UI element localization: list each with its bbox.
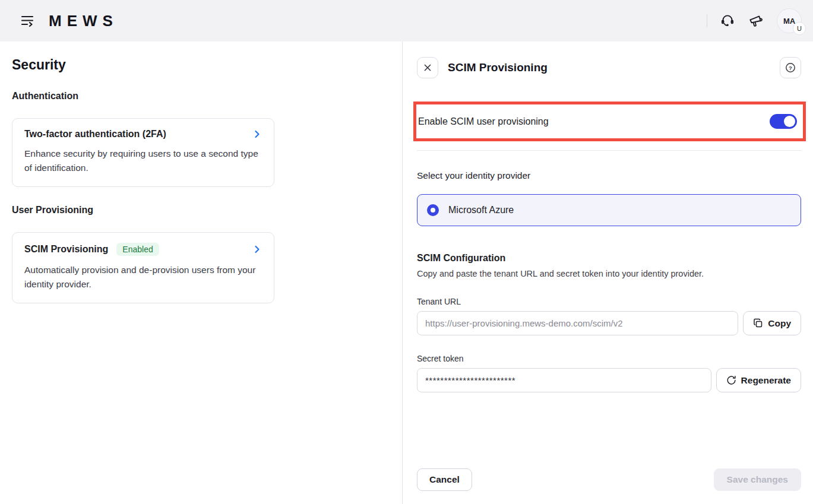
- topbar-divider: [707, 14, 707, 27]
- svg-text:?: ?: [789, 65, 792, 71]
- annotation-highlight-box: Enable SCIM user provisioning: [413, 102, 806, 141]
- avatar-badge: U: [793, 22, 806, 35]
- tenant-url-input[interactable]: [417, 311, 738, 335]
- secret-token-input[interactable]: [417, 368, 711, 392]
- cancel-button[interactable]: Cancel: [417, 468, 472, 491]
- copy-icon: [753, 318, 763, 328]
- radio-selected-icon[interactable]: [427, 204, 439, 216]
- card-description: Enhance security by requiring users to u…: [24, 147, 262, 175]
- security-settings-panel: Security Authentication Two-factor authe…: [0, 42, 403, 504]
- regenerate-button[interactable]: Regenerate: [716, 368, 801, 392]
- card-title: SCIM Provisioning: [24, 244, 108, 255]
- sheet-footer: Cancel Save changes: [417, 468, 801, 491]
- regenerate-button-label: Regenerate: [741, 375, 791, 386]
- section-divider: [417, 150, 801, 151]
- sidebar-toggle-button[interactable]: [17, 10, 38, 31]
- close-icon: [423, 64, 432, 72]
- close-button[interactable]: [417, 57, 438, 78]
- toggle-label: Enable SCIM user provisioning: [418, 116, 549, 127]
- help-button[interactable]: ?: [780, 57, 801, 78]
- sheet-header: SCIM Provisioning ?: [417, 57, 801, 78]
- tenant-url-label: Tenant URL: [417, 297, 801, 306]
- secret-token-row: Regenerate: [417, 368, 801, 392]
- enable-scim-toggle[interactable]: [770, 114, 797, 129]
- provider-option-label: Microsoft Azure: [448, 205, 514, 215]
- secret-token-label: Secret token: [417, 354, 801, 363]
- toggle-knob: [784, 116, 795, 127]
- scim-configuration-description: Copy and paste the tenant URL and secret…: [417, 269, 801, 278]
- mews-logo: MEWS: [49, 12, 118, 30]
- chevron-right-icon: [252, 245, 262, 254]
- copy-button-label: Copy: [768, 318, 791, 329]
- announcements-button[interactable]: [744, 9, 768, 33]
- card-scim-provisioning[interactable]: SCIM Provisioning Enabled Automatically …: [12, 232, 274, 303]
- provider-option-microsoft-azure[interactable]: Microsoft Azure: [417, 194, 801, 226]
- sheet-title: SCIM Provisioning: [448, 61, 548, 74]
- scim-provisioning-sheet: SCIM Provisioning ? Enable SCIM user pro…: [403, 42, 813, 504]
- card-description: Automatically provision and de-provision…: [24, 263, 262, 291]
- chevron-right-icon: [252, 129, 262, 139]
- enable-scim-toggle-row: Enable SCIM user provisioning: [416, 104, 803, 138]
- section-heading-authentication: Authentication: [12, 91, 390, 102]
- hamburger-arrow-icon: [20, 14, 35, 27]
- tenant-url-row: Copy: [417, 311, 801, 335]
- support-headset-button[interactable]: [716, 9, 739, 33]
- section-heading-user-provisioning: User Provisioning: [12, 205, 390, 215]
- help-icon: ?: [784, 62, 796, 74]
- save-changes-button[interactable]: Save changes: [714, 468, 801, 491]
- card-two-factor-authentication[interactable]: Two-factor authentication (2FA) Enhance …: [12, 118, 274, 187]
- card-title: Two-factor authentication (2FA): [24, 129, 166, 140]
- copy-button[interactable]: Copy: [743, 311, 801, 335]
- topbar: MEWS MA U: [0, 0, 813, 42]
- main-area: Security Authentication Two-factor authe…: [0, 42, 813, 504]
- headset-icon: [720, 13, 735, 28]
- scim-configuration-title: SCIM Configuration: [417, 253, 801, 264]
- user-avatar[interactable]: MA U: [777, 9, 801, 33]
- identity-provider-label: Select your identity provider: [417, 170, 801, 181]
- regenerate-icon: [726, 375, 736, 385]
- status-badge-enabled: Enabled: [116, 243, 159, 256]
- page-title: Security: [12, 57, 390, 73]
- megaphone-icon: [748, 13, 764, 28]
